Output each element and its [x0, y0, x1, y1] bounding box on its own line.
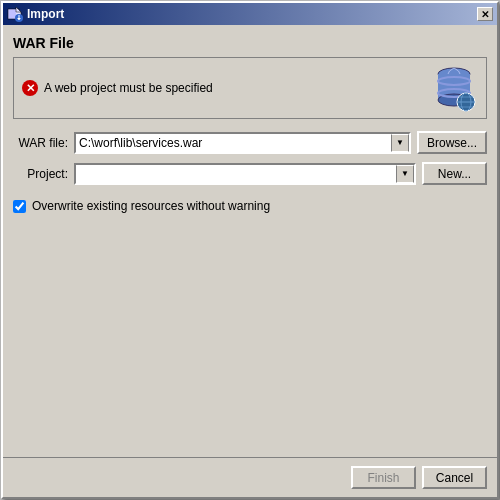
overwrite-checkbox-row: Overwrite existing resources without war…: [13, 199, 487, 213]
import-title-icon: [7, 6, 23, 22]
war-file-dropdown[interactable]: [391, 134, 409, 152]
project-label: Project:: [13, 167, 68, 181]
war-file-input-container: [74, 132, 411, 154]
bottom-bar: Finish Cancel: [3, 457, 497, 497]
window-title: Import: [27, 7, 64, 21]
dialog-content: WAR File ✕ A web project must be specifi…: [3, 25, 497, 457]
project-input-container: [74, 163, 416, 185]
project-input[interactable]: [76, 165, 396, 183]
title-bar: Import ✕: [3, 3, 497, 25]
project-dropdown[interactable]: [396, 165, 414, 183]
section-title: WAR File: [13, 35, 487, 51]
svg-rect-2: [19, 15, 20, 20]
overwrite-checkbox[interactable]: [13, 200, 26, 213]
error-left: ✕ A web project must be specified: [22, 80, 213, 96]
import-dialog: Import ✕ WAR File ✕ A web project must b…: [1, 1, 499, 499]
new-button[interactable]: New...: [422, 162, 487, 185]
war-file-input[interactable]: [76, 134, 391, 152]
project-row: Project: New...: [13, 162, 487, 185]
close-button[interactable]: ✕: [477, 7, 493, 21]
browse-button[interactable]: Browse...: [417, 131, 487, 154]
error-banner: ✕ A web project must be specified: [13, 57, 487, 119]
overwrite-label[interactable]: Overwrite existing resources without war…: [32, 199, 270, 213]
war-file-label: WAR file:: [13, 136, 68, 150]
finish-button: Finish: [351, 466, 416, 489]
form-area: WAR file: Browse... Project: New...: [13, 131, 487, 185]
war-file-icon: [430, 64, 478, 112]
error-icon: ✕: [22, 80, 38, 96]
war-file-row: WAR file: Browse...: [13, 131, 487, 154]
error-message: A web project must be specified: [44, 81, 213, 95]
cancel-button[interactable]: Cancel: [422, 466, 487, 489]
title-bar-left: Import: [7, 6, 64, 22]
